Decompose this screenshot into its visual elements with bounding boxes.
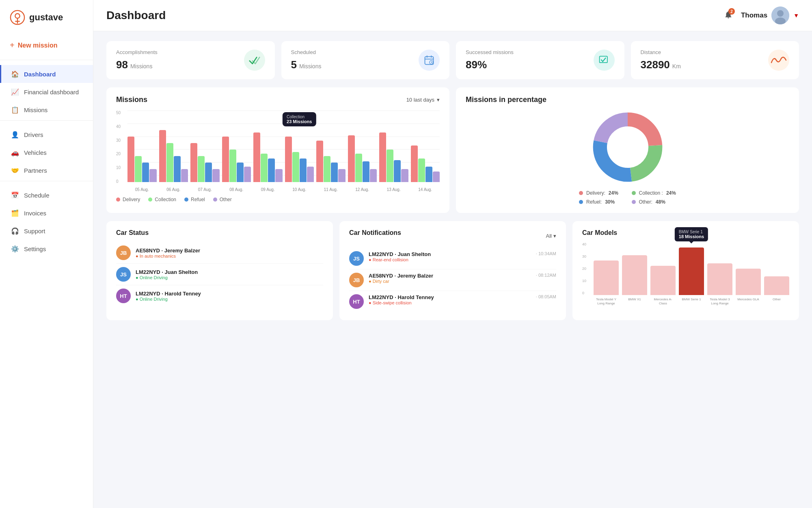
car-status-item: HT LM22NYD · Harold Tenney ● Online Driv…: [116, 285, 323, 306]
pie-legend-other: Other: 48%: [632, 199, 676, 205]
avatar: [771, 7, 789, 24]
missions-chart-header: Missions 10 last days ▾: [116, 96, 440, 104]
sidebar-item-financial[interactable]: 📈 Financial dashboard: [0, 83, 93, 101]
pie-chart: [591, 111, 664, 184]
other-bar: [307, 167, 314, 182]
car-notifications-header: Car Notifications All ▾: [349, 229, 556, 242]
missions-chart-card: Missions 10 last days ▾ 50 40 30 20 10: [106, 87, 449, 213]
notif-plate: AE58NYD · Jeremy Balzer: [369, 273, 531, 279]
clipboard-icon: 📋: [11, 106, 19, 114]
model-bar: [736, 269, 761, 295]
bar-group: [190, 143, 220, 182]
new-mission-button[interactable]: + New mission: [0, 37, 93, 58]
model-bar-group: [622, 255, 647, 295]
user-name: Thomas: [741, 11, 767, 20]
y-label: 20: [116, 152, 121, 156]
pie-legend-collection: Collection : 24%: [632, 190, 676, 196]
person-icon: 👤: [11, 130, 19, 139]
sidebar-item-label: Drivers: [24, 131, 43, 138]
pie-legend-label: Refuel:: [586, 199, 602, 205]
checkmark-board-icon: [598, 54, 610, 66]
delivery-bar: [285, 137, 292, 182]
sidebar-logo: gustave: [0, 10, 93, 37]
sidebar-item-label: Dashboard: [24, 71, 56, 78]
delivery-bar: [379, 132, 386, 182]
sidebar-item-invoices[interactable]: 🗂️ Invoices: [0, 204, 93, 222]
sidebar-item-label: Settings: [24, 245, 46, 252]
notif-type: ● Dirty car: [369, 279, 531, 284]
other-bar: [370, 169, 377, 182]
distance-icon: [768, 50, 789, 71]
pie-legend-label: Delivery:: [586, 190, 605, 196]
stat-label: Distance: [641, 49, 681, 55]
sidebar-item-dashboard[interactable]: 🏠 Dashboard: [0, 65, 93, 83]
sidebar-item-settings[interactable]: ⚙️ Settings: [0, 240, 93, 258]
notification-item: JB AE58NYD · Jeremy Balzer ● Dirty car ·…: [349, 269, 556, 291]
sidebar-divider-2: [0, 120, 93, 121]
notif-time: · 08:12AM: [536, 273, 556, 278]
sidebar-item-schedule[interactable]: 📅 Schedule: [0, 186, 93, 204]
delivery-bar: [411, 145, 418, 182]
bar-date-label: 07 Aug.: [190, 187, 220, 192]
refuel-bar: [142, 163, 149, 182]
notifications-list: JS LM22NYD · Juan Shelton ● Rear-end col…: [349, 248, 556, 312]
car-models-card: Car Models 40 30 20 10 0: [572, 221, 799, 320]
notification-item: JS LM22NYD · Juan Shelton ● Rear-end col…: [349, 248, 556, 269]
collection-bar: [261, 154, 268, 182]
notifications-filter[interactable]: All ▾: [546, 233, 556, 239]
other-bar: [401, 169, 408, 182]
driver-avatar: HT: [349, 294, 364, 309]
sidebar-item-drivers[interactable]: 👤 Drivers: [0, 126, 93, 143]
stat-label: Successed missions: [466, 49, 514, 55]
missions-chart-title: Missions: [116, 96, 147, 104]
gear-icon: ⚙️: [11, 245, 19, 253]
plus-icon: +: [10, 41, 15, 50]
notification-bell[interactable]: 2: [724, 10, 733, 21]
other-dot: [213, 198, 217, 202]
other-pie-dot: [632, 200, 636, 204]
sidebar-item-support[interactable]: 🎧 Support: [0, 222, 93, 240]
handshake-icon: 🤝: [11, 166, 19, 174]
x-axis-labels: Tesla Model Y Long Range BMW X1 Mercedes…: [582, 297, 789, 305]
checkmark-double-icon: [249, 54, 260, 66]
logo-icon: [10, 10, 25, 25]
content-area: Accomplishments 98 Missions Scheduled: [93, 31, 812, 508]
chart-icon: 📈: [11, 88, 19, 96]
notif-info: AE58NYD · Jeremy Balzer ● Dirty car: [369, 273, 531, 284]
delivery-bar: [316, 141, 323, 182]
bar-group: [253, 132, 283, 182]
tooltip-title: BMW Serie 1: [679, 230, 704, 234]
sidebar-item-label: Support: [24, 228, 45, 234]
notif-time: · 10:34AM: [536, 251, 556, 256]
collection-bar: [166, 143, 173, 182]
x-label: Mercedes GLA: [736, 297, 761, 305]
chevron-down-icon: ▾: [437, 97, 440, 103]
sidebar-item-partners[interactable]: 🤝 Partners: [0, 161, 93, 179]
stat-number: 32890: [641, 59, 670, 71]
tooltip-value: 18 Missions: [679, 234, 704, 239]
chevron-down-icon: ▼: [793, 12, 799, 19]
car-info: LM22NYD · Harold Tenney ● Online Driving: [136, 291, 323, 302]
header-right: 2 Thomas ▼: [724, 7, 799, 24]
stat-distance: Distance 32890 Km: [631, 41, 799, 79]
model-bar: [622, 255, 647, 295]
other-bar: [275, 169, 282, 182]
svg-point-1: [15, 14, 19, 18]
stat-number: 89%: [466, 59, 487, 71]
model-bar: [764, 276, 789, 295]
pie-chart-card: Missions in percentage: [456, 87, 799, 213]
collection-bar: [324, 156, 330, 182]
x-label: Tesla Model Y Long Range: [594, 297, 619, 305]
sidebar-item-vehicles[interactable]: 🚗 Vehicles: [0, 143, 93, 161]
sidebar-item-label: Schedule: [24, 192, 50, 199]
sidebar-item-missions[interactable]: 📋 Missions: [0, 101, 93, 119]
user-menu[interactable]: Thomas ▼: [741, 7, 799, 24]
x-label: BMW Serie 1: [679, 297, 704, 305]
x-label: Tesla Model 3 Long Range: [707, 297, 732, 305]
stat-number: 98: [116, 59, 128, 71]
car-status-badge: ● In auto mechanics: [136, 254, 323, 258]
header: Dashboard 2 Thomas ▼: [93, 0, 812, 31]
home-icon: 🏠: [11, 70, 19, 78]
period-selector[interactable]: 10 last days ▾: [406, 97, 440, 103]
stats-row: Accomplishments 98 Missions Scheduled: [106, 41, 799, 79]
